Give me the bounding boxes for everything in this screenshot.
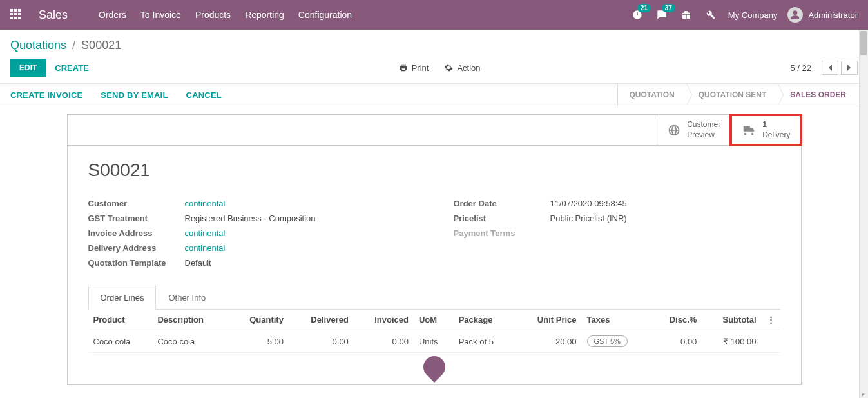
delivery-label: Delivery [762,130,790,141]
customer-preview-label-1: Customer [687,120,720,130]
activity-count: 21 [637,4,651,12]
gst-value: Registered Business - Composition [185,214,415,223]
cell-taxes: GST 5% [582,330,651,353]
truck-icon [742,124,756,137]
payment-terms-label: Payment Terms [454,228,550,238]
sheet-container: Customer Preview 1 Delivery S00021 C [0,106,868,385]
statusbar: QUOTATION QUOTATION SENT SALES ORDER [617,84,858,106]
cell-product: Coco cola [88,330,153,353]
breadcrumb-current: S00021 [81,39,121,52]
create-invoice-button[interactable]: CREATE INVOICE [10,90,82,100]
tab-order-lines[interactable]: Order Lines [88,286,157,310]
gear-icon [444,63,453,72]
form-sheet: Customer Preview 1 Delivery S00021 C [67,114,802,385]
customer-label: Customer [88,199,185,208]
status-row: CREATE INVOICE SEND BY EMAIL CANCEL QUOT… [0,83,868,106]
th-taxes[interactable]: Taxes [582,310,651,330]
gift-icon[interactable] [679,8,693,22]
th-subtotal[interactable]: Subtotal [702,310,761,330]
delivery-addr-label: Delivery Address [88,243,185,253]
user-name: Administrator [808,10,858,20]
app-name[interactable]: Sales [39,8,68,22]
print-label: Print [412,63,429,73]
activity-icon[interactable]: 21 [630,8,644,22]
delivery-button[interactable]: 1 Delivery [731,115,800,145]
th-package[interactable]: Package [454,310,515,330]
cell-description: Coco cola [152,330,228,353]
cell-quantity: 5.00 [229,330,289,353]
breadcrumb-row: Quotations / S00021 [0,30,868,52]
order-date-value: 11/07/2020 09:58:45 [550,199,780,208]
tabs: Order Lines Other Info [88,286,780,310]
menu-products[interactable]: Products [195,10,231,20]
scrollbar-thumb[interactable] [860,31,867,55]
print-icon [399,63,408,72]
action-button[interactable]: Action [444,63,480,73]
th-options-icon[interactable]: ⋮ [762,310,780,330]
scrollbar[interactable]: ▴ ▾ [859,30,868,398]
status-quotation-sent[interactable]: QUOTATION SENT [686,84,778,106]
status-quotation[interactable]: QUOTATION [617,84,686,106]
breadcrumb: Quotations / S00021 [10,39,858,52]
customer-preview-label-2: Preview [687,130,720,141]
menu-orders[interactable]: Orders [99,10,126,20]
menu-configuration[interactable]: Configuration [298,10,352,20]
discuss-count: 37 [662,4,675,12]
apps-icon[interactable] [10,9,22,21]
status-sales-order[interactable]: SALES ORDER [778,84,858,106]
customer-value[interactable]: continental [185,199,226,208]
action-label: Action [457,63,480,73]
main-menu: Orders To Invoice Products Reporting Con… [99,10,352,20]
record-title: S00021 [88,160,780,181]
cell-unit-price: 20.00 [515,330,582,353]
print-button[interactable]: Print [399,63,429,73]
cell-invoiced: 0.00 [354,330,414,353]
menu-to-invoice[interactable]: To Invoice [140,10,181,20]
delivery-count: 1 [762,120,790,130]
pager-next[interactable] [841,61,858,75]
quote-tpl-value: Default [185,258,415,268]
pager-previous[interactable] [822,61,838,75]
stat-buttons: Customer Preview 1 Delivery [68,115,801,146]
menu-reporting[interactable]: Reporting [245,10,284,20]
edit-button[interactable]: EDIT [10,59,46,77]
cell-options [762,330,780,353]
customer-preview-button[interactable]: Customer Preview [657,115,731,145]
discuss-icon[interactable]: 37 [655,8,669,22]
cell-uom: Units [414,330,454,353]
scrollbar-down-icon[interactable]: ▾ [862,392,865,398]
user-menu[interactable]: Administrator [787,7,858,23]
th-description[interactable]: Description [152,310,228,330]
globe-icon [668,124,680,137]
delivery-addr-value[interactable]: continental [185,243,226,253]
send-by-email-button[interactable]: SEND BY EMAIL [101,90,168,100]
th-unit-price[interactable]: Unit Price [515,310,582,330]
invoice-addr-label: Invoice Address [88,228,185,238]
cancel-button[interactable]: CANCEL [186,90,222,100]
avatar-icon [787,7,803,23]
th-invoiced[interactable]: Invoiced [354,310,414,330]
pricelist-label: Pricelist [454,214,550,223]
th-quantity[interactable]: Quantity [229,310,289,330]
cell-subtotal: ₹ 100.00 [702,330,761,353]
tools-icon[interactable] [704,8,718,22]
breadcrumb-sep: / [72,39,75,52]
pager-text: 5 / 22 [790,63,811,73]
create-button[interactable]: CREATE [55,63,88,73]
th-product[interactable]: Product [88,310,153,330]
quote-tpl-label: Quotation Template [88,258,185,268]
cell-package: Pack of 5 [454,330,515,353]
invoice-addr-value[interactable]: continental [185,228,226,238]
th-uom[interactable]: UoM [414,310,454,330]
control-panel: EDIT CREATE Print Action 5 / 22 [0,52,868,83]
tab-other-info[interactable]: Other Info [156,286,218,309]
gst-label: GST Treatment [88,214,185,223]
th-delivered[interactable]: Delivered [289,310,354,330]
company-selector[interactable]: My Company [728,10,778,20]
th-disc[interactable]: Disc.% [651,310,702,330]
breadcrumb-root[interactable]: Quotations [10,39,66,52]
order-lines-table: Product Description Quantity Delivered I… [88,310,780,353]
pricelist-value: Public Pricelist (INR) [550,214,780,223]
cell-disc: 0.00 [651,330,702,353]
table-row[interactable]: Coco cola Coco cola 5.00 0.00 0.00 Units… [88,330,780,353]
